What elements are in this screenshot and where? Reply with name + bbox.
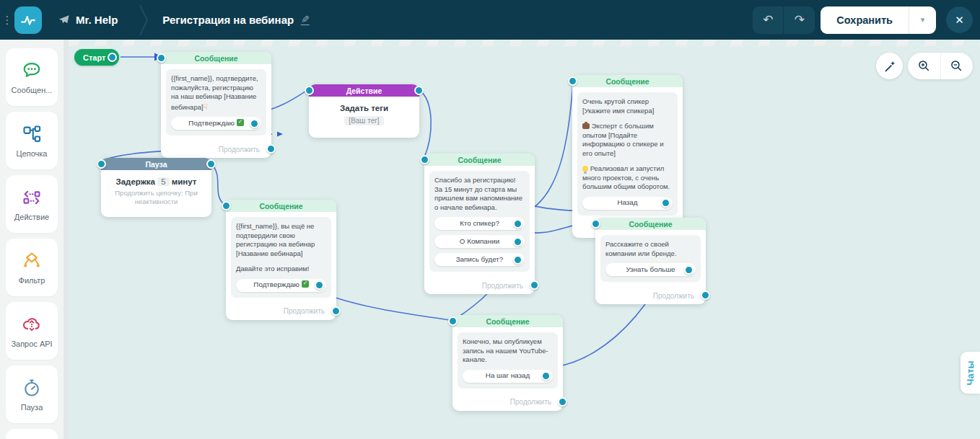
flow-canvas[interactable]: Старт Сообщение {{first_name}}, подтверд… [69, 40, 980, 439]
message-content: Спасибо за регистрацию! За 15 минут до с… [429, 171, 530, 272]
output-port[interactable] [701, 291, 710, 300]
node-footer: Продолжить [424, 277, 535, 294]
node-header[interactable]: Действие [309, 84, 419, 97]
zoom-controls [908, 53, 973, 79]
save-dropdown-caret[interactable]: ▾ [909, 6, 936, 34]
node-header[interactable]: Сообщение [452, 315, 563, 327]
message-node[interactable]: Сообщение Очень крутой спикер [Укажите и… [572, 75, 683, 238]
output-port[interactable] [661, 198, 670, 208]
output-port[interactable] [684, 265, 694, 275]
pause-node[interactable]: Пауза Задержка 5 минут Продолжить цепочк… [101, 158, 211, 217]
history-controls: ↶ ↷ [753, 6, 815, 34]
wire-pause-msg2 [211, 163, 224, 205]
bot-name[interactable]: Mr. Help [76, 14, 118, 26]
node-type-label: Пауза [145, 160, 167, 169]
palette-item-pause[interactable]: Пауза [6, 365, 58, 423]
output-port[interactable] [315, 280, 324, 290]
output-port[interactable] [331, 306, 341, 316]
zoom-in-icon [917, 59, 931, 73]
action-node[interactable]: Действие Задать теги [Ваш тег] [309, 84, 419, 138]
palette-item-partial[interactable] [6, 429, 58, 439]
wire-msg2cont-msg6 [336, 298, 450, 320]
reply-button[interactable]: Запись будет? [434, 253, 525, 266]
output-port[interactable] [513, 255, 522, 265]
continue-label: Продолжить [653, 292, 694, 300]
reply-button[interactable]: Назад [582, 197, 673, 210]
zoom-out-icon [950, 59, 963, 73]
input-port[interactable] [305, 86, 314, 95]
output-port[interactable] [414, 86, 424, 95]
app-logo[interactable] [14, 6, 42, 34]
palette-item-action[interactable]: Действие [6, 175, 58, 233]
save-button[interactable]: Сохранить [821, 6, 909, 34]
pause-clock-icon [21, 378, 43, 398]
close-button[interactable]: ✕ [946, 6, 973, 33]
redo-button[interactable]: ↷ [784, 6, 815, 34]
node-footer: Продолжить [452, 394, 563, 411]
message-text: Расскажите о своей компании или бренде. [605, 240, 696, 258]
palette-item-filter[interactable]: Фильтр [6, 239, 58, 296]
palette-item-message[interactable]: Сообщен... [6, 48, 58, 106]
delay-label: Задержка [116, 177, 155, 186]
message-node[interactable]: Сообщение {{first_name}}, подтвердите, п… [161, 52, 271, 158]
message-node[interactable]: Сообщение Спасибо за регистрацию! За 15 … [424, 154, 535, 294]
input-port[interactable] [157, 53, 166, 63]
output-port[interactable] [250, 119, 259, 128]
node-header[interactable]: Сообщение [161, 52, 271, 64]
flow-title: Регистрация на вебинар [162, 14, 294, 26]
node-header[interactable]: Сообщение [226, 200, 336, 212]
reply-button[interactable]: О Компании [434, 235, 525, 248]
palette-item-label: Сообщен... [12, 86, 53, 94]
kebab-menu-icon[interactable]: ⋮ [1, 14, 13, 25]
reply-button-label: На шаг назад [486, 371, 530, 381]
zoom-out-button[interactable] [941, 53, 974, 79]
palette-item-api-request[interactable]: Запрос API [6, 302, 58, 360]
continue-label: Продолжить [219, 146, 260, 154]
reply-button-label: Назад [617, 198, 637, 208]
reply-button-label: Подтверждаю [253, 280, 308, 290]
api-cloud-icon [21, 314, 43, 334]
save-split-button: Сохранить ▾ [821, 6, 936, 34]
reply-button[interactable]: На шаг назад [463, 370, 553, 383]
reply-button[interactable]: Узнать больше [605, 263, 696, 276]
delay-value[interactable]: 5 [157, 177, 169, 186]
input-port[interactable] [97, 159, 106, 169]
node-header[interactable]: Сообщение [572, 75, 683, 87]
reply-button-label: Запись будет? [456, 255, 504, 265]
auto-layout-wand-button[interactable] [876, 53, 903, 79]
message-content: Конечно, мы опубликуем запись на нашем Y… [458, 332, 558, 389]
continue-label: Продолжить [510, 398, 551, 406]
node-header[interactable]: Сообщение [595, 218, 706, 230]
palette-item-chain[interactable]: Цепочка [6, 112, 58, 169]
edit-title-icon[interactable]: ✎ [301, 14, 310, 26]
zoom-in-button[interactable] [908, 53, 941, 79]
node-type-label: Сообщение [458, 156, 501, 164]
node-type-label: Сообщение [194, 54, 237, 63]
input-port[interactable] [222, 201, 231, 210]
node-header[interactable]: Сообщение [424, 154, 535, 166]
output-port[interactable] [513, 237, 522, 247]
message-node[interactable]: Сообщение Расскажите о своей компании ил… [595, 218, 706, 304]
input-port[interactable] [568, 76, 577, 86]
input-port[interactable] [420, 155, 429, 164]
reply-button[interactable]: Подтверждаю [171, 117, 261, 130]
output-port[interactable] [558, 397, 567, 407]
reply-button[interactable]: Кто спикер? [434, 217, 525, 230]
message-node[interactable]: Сообщение {{first_name}}, вы ещё не подт… [226, 200, 336, 320]
node-header[interactable]: Пауза [101, 158, 211, 170]
continue-label: Продолжить [284, 307, 325, 315]
output-port[interactable] [541, 371, 551, 381]
output-port[interactable] [206, 159, 216, 169]
pulse-icon [19, 11, 38, 30]
start-node[interactable]: Старт [74, 49, 119, 66]
output-port[interactable] [108, 53, 117, 62]
palette-item-label: Действие [14, 213, 49, 221]
chats-panel-tab[interactable]: Чаты [961, 352, 980, 394]
reply-button[interactable]: Подтверждаю [236, 279, 326, 292]
input-port[interactable] [448, 316, 458, 326]
sidebar-scrollbar[interactable] [64, 40, 69, 439]
message-node[interactable]: Сообщение Конечно, мы опубликуем запись … [452, 315, 563, 411]
undo-button[interactable]: ↶ [753, 6, 784, 34]
input-port[interactable] [591, 219, 600, 229]
output-port[interactable] [513, 219, 522, 229]
